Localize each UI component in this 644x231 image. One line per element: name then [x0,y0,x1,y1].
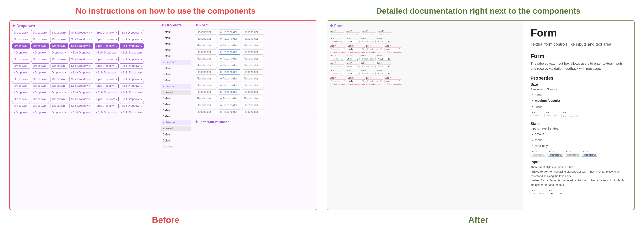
field-input[interactable]: Placeholder ⊞ [346,32,360,36]
split-dropdown-btn-ghost[interactable]: × Split Dropdown [69,70,93,75]
split-dropdown-btn[interactable]: Split Dropdown ▾ [120,83,144,88]
form-input[interactable]: Placeholder [242,109,264,114]
split-dropdown-btn[interactable]: Split Dropdown ▾ [69,57,93,62]
form-input[interactable]: Placeholder [242,49,264,55]
dropdown-btn[interactable]: Dropdown ▾ [50,103,68,108]
dropdown-btn-ghost[interactable]: × Dropdown [12,110,30,115]
form-input[interactable]: ⚙Placeholder [218,83,240,88]
field-input[interactable]: Placeholder ⊞ [330,64,344,68]
dropdown-btn[interactable]: Dropdown ▾ [12,30,30,35]
input-placeholder[interactable]: Placeholder ⊞ [530,192,546,195]
split-dropdown-btn[interactable]: Split Dropdown ▾ [120,97,144,102]
form-input[interactable]: Placeholder [195,76,217,81]
split-dropdown-btn-ghost[interactable]: × Split Dropdown [69,110,93,115]
list-item[interactable]: Default [161,132,191,137]
size-input-small[interactable]: Placeholder ⊞ [530,114,543,117]
list-item-selected[interactable]: ✓ Selected [161,120,191,125]
dropdown-btn[interactable]: Dropdown ▾ [50,30,68,35]
form-input[interactable]: Placeholder [195,83,217,88]
field-input[interactable]: Value ⊞ [377,57,391,61]
form-input[interactable]: ⚙Placeholder [218,56,240,61]
input-value[interactable]: Value ⊞ [548,192,563,195]
field-input[interactable]: Value ⊞ [346,40,360,43]
field-input[interactable]: Placeholder ⊞ [330,47,346,51]
field-input[interactable]: Placeholder ⊞ [330,32,344,36]
dropdown-btn-ghost[interactable]: × Dropdown [31,90,49,95]
dropdown-btn[interactable]: Dropdown ▾ [50,77,68,82]
form-input[interactable]: Placeholder [195,63,217,68]
dropdown-btn-ghost[interactable]: × Dropdown [31,70,49,75]
list-item[interactable]: Default [161,138,191,143]
dropdown-btn[interactable]: Dropdown ▾ [31,57,49,62]
split-dropdown-btn-solid[interactable]: Split Dropdown ▾ [120,43,144,48]
split-dropdown-btn[interactable]: Split Dropdown ▾ [120,77,144,82]
dropdown-btn[interactable]: Dropdown ▾ [12,97,30,102]
form-input[interactable]: ⚙Placeholder [218,29,240,35]
split-dropdown-btn[interactable]: Split Dropdown ▾ [69,83,93,88]
split-dropdown-btn-solid[interactable]: Split Dropdown ▾ [94,43,118,48]
field-input[interactable]: Placeholder ⊞ [361,40,376,43]
dropdown-btn[interactable]: Dropdown ▾ [50,50,68,55]
split-dropdown-btn[interactable]: Split Dropdown ▾ [69,103,93,108]
split-dropdown-btn-ghost[interactable]: × Split Dropdown [94,50,118,55]
dropdown-btn[interactable]: Dropdown ▾ [31,97,49,102]
form-input[interactable]: ⚙Placeholder [218,63,240,68]
field-input[interactable]: Placeholder ⊞ [330,72,344,75]
form-input[interactable]: ⚙Placeholder [218,69,240,74]
list-item[interactable]: Default [161,42,191,47]
split-dropdown-btn[interactable]: Split Dropdown ▾ [69,30,93,35]
field-input[interactable]: Placeholder ⊞ [361,64,376,68]
split-dropdown-btn[interactable]: Split Dropdown ▾ [94,63,118,68]
dropdown-btn[interactable]: Dropdown ▾ [50,97,68,102]
field-input[interactable]: Value ⊞ [384,79,401,83]
dropdown-btn[interactable]: Dropdown ▾ [12,63,30,68]
state-input-default[interactable]: Placeholder ⊞ [530,153,546,157]
field-input[interactable]: Placeholder ⊞ [330,79,346,83]
split-dropdown-btn-ghost[interactable]: × Split Dropdown [69,50,93,55]
form-input[interactable]: Placeholder [195,96,217,101]
form-input[interactable]: Placeholder [242,103,264,108]
dropdown-btn[interactable]: Dropdown ▾ [31,37,49,42]
form-input[interactable]: Placeholder [195,109,217,114]
list-item-selected[interactable]: ✓ Selected [161,84,191,89]
dropdown-btn[interactable]: Dropdown ▾ [12,83,30,88]
dropdown-btn[interactable]: Dropdown ▾ [12,77,30,82]
field-input[interactable]: Placeholder ⊞ [362,32,376,36]
split-dropdown-btn[interactable]: Split Dropdown ▾ [69,37,93,42]
list-item[interactable]: Default [161,66,191,71]
field-input[interactable]: Value ⊞ [346,64,360,68]
list-item[interactable]: Default [161,108,191,113]
split-dropdown-btn[interactable]: Split Dropdown ▾ [69,63,93,68]
form-input[interactable]: ⚙Placeholder [218,89,240,94]
dropdown-btn[interactable]: Dropdown ▾ [12,37,30,42]
form-input[interactable]: Placeholder [242,69,264,74]
dropdown-btn-ghost[interactable]: × Dropdown [12,70,30,75]
field-input[interactable]: Placeholder ⊞ [330,57,344,61]
form-input[interactable]: Placeholder [195,103,217,108]
split-dropdown-btn[interactable]: Split Dropdown ▾ [69,97,93,102]
field-input[interactable]: Value ⊞ [348,79,364,83]
form-input[interactable]: Placeholder [242,36,264,41]
dropdown-btn-solid[interactable]: Dropdown ▾ [50,43,68,48]
field-input[interactable]: Value ⊞ [348,47,364,51]
form-input[interactable]: ⚙Placeholder [218,43,240,48]
split-dropdown-btn-ghost[interactable]: × Split Dropdown [94,90,118,95]
split-dropdown-btn[interactable]: Split Dropdown ▾ [120,30,144,35]
split-dropdown-btn-solid[interactable]: Split Dropdown ▾ [69,43,93,48]
field-input[interactable]: Value ⊞ [346,57,360,61]
split-dropdown-btn[interactable]: Split Dropdown ▾ [120,37,144,42]
split-dropdown-btn[interactable]: Split Dropdown ▾ [94,30,118,35]
split-dropdown-btn[interactable]: Split Dropdown ▾ [94,83,118,88]
field-input[interactable]: Value ⊞ [346,72,360,75]
list-item[interactable]: Default [161,102,191,107]
form-input[interactable]: ⚙Placeholder [218,76,240,81]
dropdown-btn[interactable]: Dropdown ▾ [12,57,30,62]
dropdown-btn[interactable]: Dropdown ▾ [50,37,68,42]
dropdown-btn[interactable]: Dropdown ▾ [50,63,68,68]
field-input[interactable]: Placeholder ⊞ [361,72,376,75]
form-input[interactable]: Placeholder [195,29,217,35]
dropdown-btn[interactable]: Dropdown ▾ [50,83,68,88]
form-input[interactable]: ⚙Placeholder [218,96,240,101]
dropdown-btn[interactable]: Dropdown ▾ [12,103,30,108]
split-dropdown-btn-ghost[interactable]: × Split Dropdown [119,90,143,95]
